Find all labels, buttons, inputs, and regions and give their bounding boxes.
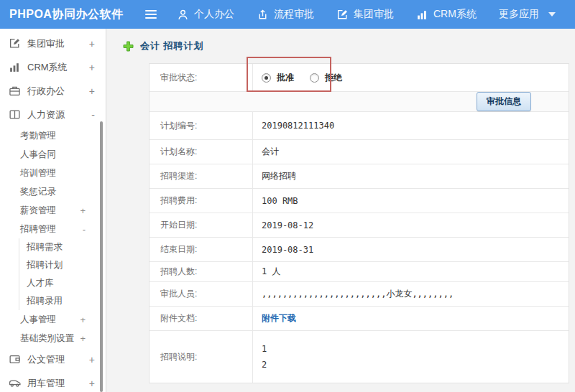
row-plan-number: 计划编号: 20190812111340 (150, 112, 569, 140)
row-approval-status: 审批状态: 批准 拒绝 (150, 64, 569, 92)
nav-process-approval[interactable]: 流程审批 (257, 8, 314, 21)
nav-more-apps[interactable]: 更多应用 (499, 8, 556, 21)
row-end-date: 结束日期: 2019-08-31 (150, 238, 569, 262)
sidebar-item-vehicle-mgmt[interactable]: 用车管理 + (0, 371, 106, 392)
approve-radio-group: 批准 拒绝 (262, 72, 352, 84)
attachment-download-link[interactable]: 附件下载 (262, 312, 296, 325)
sidebar-item-label: 招聘管理 (20, 223, 56, 235)
bar-chart-icon (416, 9, 428, 21)
field-label: 计划编号: (150, 112, 253, 139)
field-value: 1 人 (253, 262, 569, 281)
expand-plus-icon[interactable]: + (80, 314, 86, 325)
expand-plus-icon[interactable]: + (89, 62, 98, 73)
breadcrumb: 会计 招聘计划 (106, 29, 575, 63)
edit-square-icon (9, 37, 21, 50)
sidebar-item-label: CRM系统 (27, 61, 68, 74)
field-label: 招聘说明: (150, 331, 253, 383)
sidebar-item-label: 招聘计划 (27, 259, 63, 271)
sidebar-item-label: 人力资源 (27, 108, 65, 121)
nav-label: 更多应用 (499, 8, 539, 21)
sidebar-item-label: 薪资管理 (20, 205, 56, 217)
sidebar-item-talent-pool[interactable]: 人才库 (19, 274, 106, 292)
briefcase-icon (9, 85, 21, 97)
nav-label: 个人办公 (194, 8, 234, 21)
sidebar-item-recruit-hiring[interactable]: 招聘录用 (19, 292, 106, 310)
row-recruit-description: 招聘说明: 1 2 (150, 331, 569, 383)
sidebar-item-personnel-contract[interactable]: 人事合同 (0, 145, 106, 164)
sidebar-item-crm-system[interactable]: CRM系统 + (0, 55, 106, 79)
sidebar-item-label: 行政办公 (27, 85, 65, 98)
sidebar-item-human-resources[interactable]: 人力资源 - (0, 103, 106, 126)
radio-approve[interactable] (262, 73, 271, 83)
expand-plus-icon[interactable]: + (89, 38, 98, 50)
field-value: 20190812111340 (253, 112, 569, 139)
field-label: 附件文档: (150, 307, 253, 330)
radio-reject-label: 拒绝 (325, 72, 342, 84)
row-approve-button: 审批信息 (150, 92, 569, 112)
nav-label: 集团审批 (354, 8, 394, 21)
expand-plus-icon[interactable]: + (89, 85, 98, 97)
field-value: 100 RMB (253, 189, 569, 213)
sidebar-item-training-mgmt[interactable]: 培训管理 (0, 164, 106, 182)
add-plus-icon[interactable] (123, 41, 134, 52)
book-icon (9, 108, 21, 121)
sidebar-item-label: 奖惩记录 (20, 186, 56, 198)
row-start-date: 开始日期: 2019-08-12 (150, 213, 569, 238)
nav-label: 流程审批 (274, 8, 314, 21)
sidebar-item-label: 考勤管理 (20, 130, 56, 142)
main-content: 会计 招聘计划 审批状态: 批准 拒绝 审批信息 (106, 29, 575, 392)
sidebar-item-label: 用车管理 (27, 377, 65, 390)
sidebar-item-recruit-demand[interactable]: 招聘需求 (19, 238, 106, 256)
field-label: 招聘人数: (150, 262, 253, 281)
sidebar-item-recruit-plan[interactable]: 招聘计划 (19, 256, 106, 274)
row-plan-name: 计划名称: 会计 (150, 140, 569, 164)
collapse-minus-icon[interactable]: - (83, 224, 86, 235)
sidebar-item-admin-office[interactable]: 行政办公 + (0, 79, 106, 103)
description-line: 2 (262, 360, 267, 370)
nav-personal-office[interactable]: 个人办公 (177, 8, 234, 21)
sidebar-item-group-approval[interactable]: 集团审批 + (0, 32, 106, 55)
field-label: 审批人员: (150, 282, 253, 306)
sidebar-item-base-category-settings[interactable]: 基础类别设置 + (0, 329, 106, 347)
radio-approve-label: 批准 (277, 72, 294, 84)
field-label: 审批状态: (150, 64, 253, 91)
sidebar-item-personnel-mgmt[interactable]: 人事管理 + (0, 310, 106, 329)
field-value: 网络招聘 (253, 164, 569, 188)
topbar: PHPOA协同办公软件 个人办公 流程审批 (0, 0, 575, 29)
field-label: 招聘费用: (150, 189, 253, 213)
field-value: 2019-08-31 (253, 238, 569, 261)
row-approvers: 审批人员: ,,,,,,,,,,,,,,,,,,,,,,,,小龙女,,,,,,,… (150, 282, 569, 307)
row-recruit-cost: 招聘费用: 100 RMB (150, 189, 569, 213)
sidebar-item-document-mgmt[interactable]: 公文管理 + (0, 347, 106, 371)
caret-down-icon (548, 12, 556, 17)
document-icon (9, 353, 21, 365)
collapse-minus-icon[interactable]: - (91, 109, 98, 121)
radio-reject[interactable] (310, 73, 319, 83)
car-icon (9, 377, 21, 389)
sidebar-item-label: 人才库 (27, 277, 54, 289)
page-title: 会计 招聘计划 (140, 39, 204, 52)
expand-plus-icon[interactable]: + (80, 333, 86, 344)
sidebar: 集团审批 + CRM系统 + 行政办公 + (0, 29, 106, 392)
sidebar-item-label: 集团审批 (27, 37, 65, 50)
expand-plus-icon[interactable]: + (89, 354, 98, 365)
row-recruit-channel: 招聘渠道: 网络招聘 (150, 164, 569, 189)
menu-toggle-icon[interactable] (145, 10, 157, 19)
nav-group-approval[interactable]: 集团审批 (336, 8, 394, 21)
approval-info-button[interactable]: 审批信息 (477, 92, 531, 111)
sidebar-item-reward-punishment[interactable]: 奖惩记录 (0, 182, 106, 201)
sidebar-item-label: 招聘需求 (27, 241, 63, 253)
sidebar-item-attendance-mgmt[interactable]: 考勤管理 (0, 126, 106, 145)
sidebar-item-salary-mgmt[interactable]: 薪资管理 + (0, 201, 106, 220)
expand-plus-icon[interactable]: + (80, 205, 86, 216)
field-label: 开始日期: (150, 213, 253, 237)
nav-crm-system[interactable]: CRM系统 (416, 8, 477, 21)
sidebar-item-recruit-mgmt[interactable]: 招聘管理 - (0, 220, 106, 238)
sidebar-item-label: 培训管理 (20, 167, 56, 179)
sidebar-item-label: 人事合同 (20, 149, 56, 161)
field-value: 会计 (253, 140, 569, 164)
sidebar-scrollbar[interactable] (100, 121, 103, 392)
process-icon (257, 9, 269, 21)
expand-plus-icon[interactable]: + (89, 378, 98, 389)
sidebar-item-label: 公文管理 (27, 353, 65, 366)
